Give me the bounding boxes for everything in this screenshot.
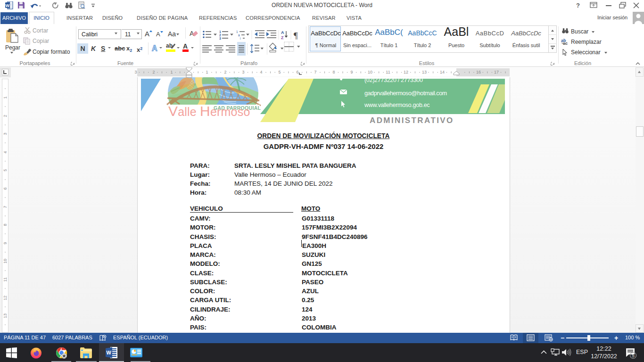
- svg-text:13: 13: [422, 70, 427, 74]
- svg-text:?: ?: [576, 2, 580, 9]
- svg-text:1: 1: [236, 30, 238, 33]
- svg-text:a: a: [238, 33, 240, 37]
- svg-text:14: 14: [440, 70, 445, 74]
- svg-text:1: 1: [170, 70, 173, 74]
- svg-text:12: 12: [404, 70, 408, 74]
- svg-text:16: 16: [476, 70, 481, 74]
- svg-text:Z: Z: [281, 35, 284, 40]
- svg-text:1: 1: [219, 30, 221, 33]
- svg-text:10: 10: [368, 70, 372, 74]
- svg-text:6: 6: [296, 70, 298, 74]
- svg-text:3: 3: [242, 70, 244, 74]
- svg-text:17: 17: [494, 70, 499, 74]
- svg-text:9: 9: [350, 70, 353, 74]
- svg-text:5: 5: [632, 353, 635, 358]
- svg-text:2: 2: [219, 33, 221, 37]
- svg-text:8: 8: [332, 70, 335, 74]
- svg-text:5: 5: [278, 70, 281, 74]
- svg-text:2: 2: [152, 70, 155, 74]
- svg-text:3: 3: [134, 70, 137, 74]
- svg-text:1: 1: [206, 70, 208, 74]
- svg-text:4: 4: [260, 70, 262, 74]
- svg-text:3: 3: [219, 37, 221, 40]
- svg-text:A: A: [281, 30, 284, 35]
- svg-text:11: 11: [386, 70, 390, 74]
- svg-text:2: 2: [224, 70, 226, 74]
- svg-text:¶: ¶: [294, 31, 298, 41]
- svg-text:7: 7: [314, 70, 316, 74]
- svg-text:W: W: [107, 350, 112, 355]
- svg-text:i: i: [240, 37, 240, 40]
